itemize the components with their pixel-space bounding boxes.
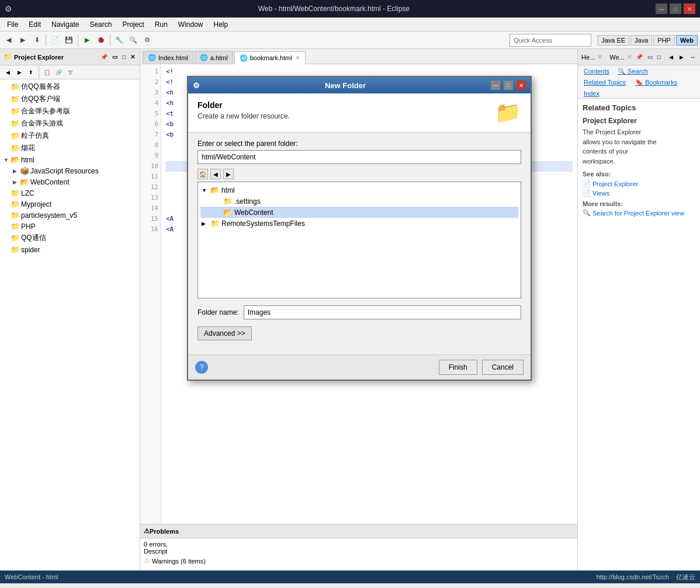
toolbar-btn-debug[interactable]: 🐞 [95, 34, 108, 47]
dialog-close-btn[interactable]: ✕ [517, 81, 526, 90]
toolbar-btn-misc3[interactable]: ⚙ [141, 34, 154, 47]
icon-php: 📁 [11, 222, 20, 231]
dtree-webcontent[interactable]: 📂 WebContent [200, 207, 518, 218]
link-views[interactable]: 📄 Views [583, 189, 695, 197]
dtb-back[interactable]: ◀ [210, 169, 221, 179]
help-fwd-btn[interactable]: ▶ [677, 53, 687, 62]
tree-item-particle[interactable]: 📁 粒子仿真 [0, 130, 140, 142]
tree-item-psv5[interactable]: 📁 particlesystem_v5 [0, 210, 140, 221]
tree-item-qq-comm[interactable]: 📁 QQ通信 [0, 232, 140, 244]
dialog-help-btn[interactable]: ? [195, 361, 208, 374]
label-firework: 烟花 [21, 143, 35, 153]
tree-item-alloy2[interactable]: 📁 合金弹头游戏 [0, 117, 140, 130]
tree-item-spider[interactable]: 📁 spider [0, 244, 140, 255]
tab-close-icon[interactable]: ✕ [296, 55, 300, 61]
right-max-icon[interactable]: □ [656, 53, 662, 61]
dtree-settings[interactable]: 📁 .settings [200, 196, 518, 207]
finish-button[interactable]: Finish [439, 360, 477, 375]
tab-a[interactable]: 🌐 a.html [195, 51, 233, 64]
explorer-collapse-btn[interactable]: 📋 [41, 67, 52, 78]
folder-name-input[interactable] [244, 305, 521, 319]
tree-item-js[interactable]: ▶ 📦 JavaScript Resources [0, 165, 140, 176]
perspective-web[interactable]: Web [676, 35, 698, 46]
help-tab-left[interactable]: He... [581, 54, 595, 61]
dtree-html[interactable]: ▼ 📂 html [200, 185, 518, 196]
help-back-btn[interactable]: ◀ [667, 53, 676, 62]
icon-myproject: 📁 [11, 200, 20, 208]
separator-3 [110, 34, 110, 46]
tree-item-lzc[interactable]: 📁 LZC [0, 187, 140, 199]
panel-min-icon[interactable]: ▭ [111, 53, 119, 61]
dialog-maximize-btn[interactable]: □ [504, 81, 513, 90]
tree-item-alloy1[interactable]: 📁 合金弹头参考版 [0, 105, 140, 117]
link-project-explorer[interactable]: 📄 Project Explorer [583, 180, 695, 187]
tab-index[interactable]: Index [580, 89, 603, 98]
help-tab-right[interactable]: We... [609, 54, 624, 61]
toolbar-btn-misc[interactable]: 🔧 [113, 34, 126, 47]
toolbar-btn-misc2[interactable]: 🔍 [127, 34, 140, 47]
tree-item-webcontent[interactable]: ▶ 📂 WebContent [0, 176, 140, 187]
toolbar-btn-3[interactable]: ⬇ [30, 34, 43, 47]
advanced-button[interactable]: Advanced >> [197, 326, 252, 340]
panel-pin-icon[interactable]: 📌 [99, 53, 109, 61]
tree-item-qq-client[interactable]: 📁 仿QQ客户端 [0, 93, 140, 105]
link-search-explorer[interactable]: 🔍 Search for Project Explorer view [583, 209, 695, 217]
label-myproject: Myproject [21, 200, 51, 208]
cancel-button[interactable]: Cancel [482, 360, 524, 375]
maximize-button[interactable]: □ [670, 4, 681, 14]
explorer-fwd-btn[interactable]: ▶ [14, 67, 25, 78]
toolbar-btn-2[interactable]: ▶ [16, 34, 29, 47]
parent-folder-input[interactable] [197, 150, 521, 164]
tree-item-myproject[interactable]: 📁 Myproject [0, 199, 140, 210]
toolbar-btn-run[interactable]: ▶ [81, 34, 93, 47]
panel-max-icon[interactable]: □ [121, 53, 127, 61]
perspective-php[interactable]: PHP [653, 35, 675, 46]
right-min-icon[interactable]: ▭ [646, 53, 654, 61]
dialog-tree[interactable]: ▼ 📂 html 📁 .settings 📂 WebContent ▶ 📁 [197, 182, 521, 298]
dialog-minimize-btn[interactable]: — [491, 81, 500, 90]
pe-desc4: workspace. [583, 158, 615, 165]
explorer-menu-btn[interactable]: ▽ [65, 67, 75, 78]
dtb-home[interactable]: 🏠 [197, 169, 208, 179]
dtree-remote[interactable]: ▶ 📁 RemoteSystemsTempFiles [200, 218, 518, 229]
perspective-java[interactable]: Java [630, 35, 652, 46]
toolbar-btn-save[interactable]: 💾 [63, 34, 75, 47]
icon-lzc: 📁 [11, 189, 20, 197]
right-pin-icon[interactable]: 📌 [635, 53, 644, 61]
project-explorer-header: 📁 Project Explorer 📌 ▭ □ ✕ [0, 49, 140, 65]
dialog-tree-toolbar: 🏠 ◀ ▶ [197, 169, 521, 179]
menu-project[interactable]: Project [117, 19, 148, 30]
tree-item-php[interactable]: 📁 PHP [0, 221, 140, 232]
tab-bookmark[interactable]: 🌐 bookmark.html ✕ [234, 51, 306, 64]
help-sync-btn[interactable]: ↔ [689, 53, 696, 62]
menu-search[interactable]: Search [85, 19, 116, 30]
tree-item-html[interactable]: ▼ 📂 html [0, 154, 140, 165]
menu-navigate[interactable]: Navigate [47, 19, 84, 30]
tab-bookmarks[interactable]: 🔖 Bookmarks [632, 78, 681, 88]
tree-item-firework[interactable]: 📁 烟花 [0, 142, 140, 154]
explorer-link-btn[interactable]: 🔗 [53, 67, 64, 78]
title-bar: ⚙ Web - html/WebContent/bookmark.html - … [0, 0, 700, 18]
quick-access-box[interactable]: Quick Access [510, 34, 591, 47]
dialog-header-left: Folder Create a new folder resource. [197, 100, 290, 120]
panel-close-icon[interactable]: ✕ [129, 53, 136, 61]
close-button[interactable]: ✕ [684, 4, 695, 14]
status-left: WebContent - html [5, 573, 58, 580]
dtb-fwd[interactable]: ▶ [223, 169, 234, 179]
menu-window[interactable]: Window [174, 19, 208, 30]
menu-run[interactable]: Run [150, 19, 172, 30]
tab-related[interactable]: Related Topics [580, 78, 629, 88]
tab-search[interactable]: 🔍 Search [614, 67, 652, 76]
tree-item-qq-server[interactable]: 📁 仿QQ服务器 [0, 81, 140, 93]
explorer-back-btn[interactable]: ◀ [2, 67, 13, 78]
explorer-up-btn[interactable]: ⬆ [26, 67, 36, 78]
menu-file[interactable]: File [2, 19, 23, 30]
tab-index[interactable]: 🌐 Index.html [143, 51, 193, 64]
tab-contents[interactable]: Contents [580, 67, 613, 76]
minimize-button[interactable]: — [656, 4, 667, 14]
toolbar-btn-1[interactable]: ◀ [2, 34, 15, 47]
menu-edit[interactable]: Edit [24, 19, 46, 30]
toolbar-btn-new[interactable]: 📄 [48, 34, 61, 47]
menu-help[interactable]: Help [209, 19, 233, 30]
perspective-javaee[interactable]: Java EE [597, 35, 629, 46]
